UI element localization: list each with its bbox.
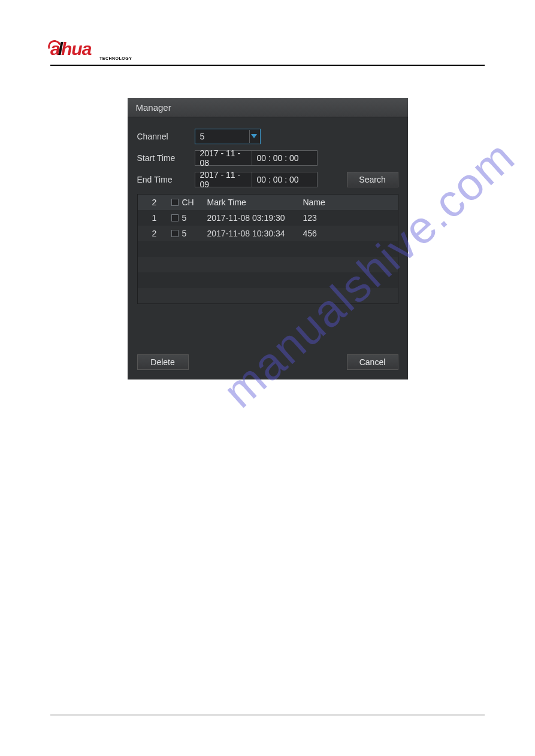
- row-checkbox[interactable]: [171, 214, 179, 221]
- table-header: 2 CH Mark Time Name: [138, 195, 398, 210]
- end-date-input[interactable]: 2017 - 11 - 09: [195, 172, 252, 187]
- start-time-input[interactable]: 00 : 00 : 00: [252, 150, 318, 166]
- table-row-empty: [138, 241, 398, 257]
- table-row-empty: [138, 288, 398, 303]
- cancel-button[interactable]: Cancel: [347, 354, 398, 370]
- search-button[interactable]: Search: [347, 172, 398, 187]
- results-count: 2: [138, 198, 171, 207]
- brand-logo: a l hua TECHNOLOGY: [50, 37, 485, 61]
- col-ch: CH: [182, 198, 194, 207]
- chevron-down-icon: [249, 130, 259, 143]
- logo-text-hua: hua: [61, 39, 91, 59]
- col-mark-time: Mark Time: [207, 198, 303, 207]
- select-all-checkbox[interactable]: [171, 199, 179, 206]
- channel-select[interactable]: 5: [195, 129, 261, 144]
- start-date-input[interactable]: 2017 - 11 - 08: [195, 150, 252, 166]
- table-row[interactable]: 1 5 2017-11-08 03:19:30 123: [138, 210, 398, 226]
- channel-label: Channel: [137, 132, 195, 141]
- dialog-title: Manager: [128, 98, 408, 117]
- table-row[interactable]: 2 5 2017-11-08 10:30:34 456: [138, 226, 398, 241]
- svg-marker-0: [251, 134, 257, 138]
- table-row-empty: [138, 257, 398, 272]
- start-time-label: Start Time: [137, 153, 195, 163]
- header-divider: [50, 65, 485, 66]
- manager-dialog: Manager Channel 5 Start Time 2017 - 11 -…: [128, 98, 408, 379]
- end-time-input[interactable]: 00 : 00 : 00: [252, 172, 318, 187]
- end-time-label: End Time: [137, 175, 195, 184]
- channel-value: 5: [200, 132, 205, 141]
- footer-divider: [50, 715, 485, 715]
- results-table: 2 CH Mark Time Name 1 5 2017-11-08 03:19…: [137, 194, 398, 304]
- delete-button[interactable]: Delete: [137, 354, 189, 370]
- col-name: Name: [303, 198, 398, 207]
- table-row-empty: [138, 272, 398, 288]
- screenshot-figure: Manager Channel 5 Start Time 2017 - 11 -…: [128, 98, 408, 379]
- row-checkbox[interactable]: [171, 230, 179, 237]
- logo-subtitle: TECHNOLOGY: [99, 56, 132, 60]
